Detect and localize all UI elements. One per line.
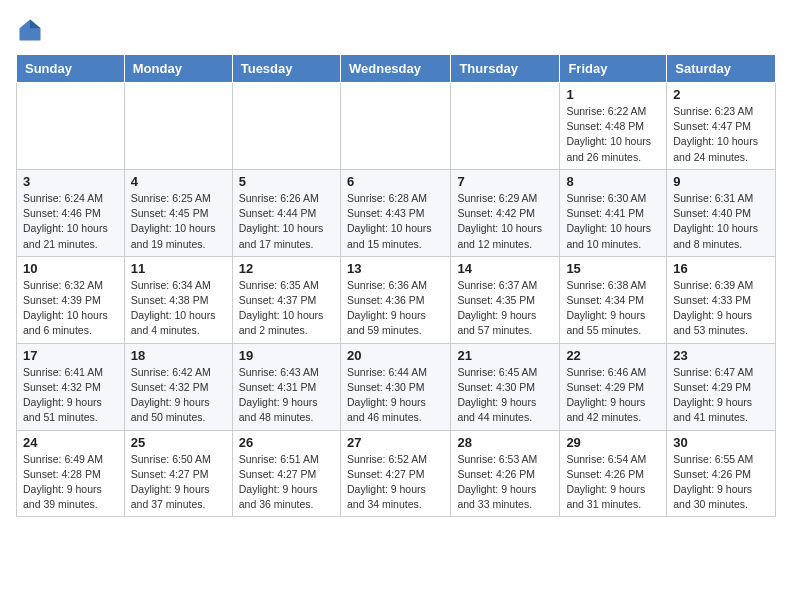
calendar-cell: 20Sunrise: 6:44 AM Sunset: 4:30 PM Dayli… bbox=[340, 343, 450, 430]
day-info: Sunrise: 6:51 AM Sunset: 4:27 PM Dayligh… bbox=[239, 452, 334, 513]
day-number: 5 bbox=[239, 174, 334, 189]
calendar-cell: 25Sunrise: 6:50 AM Sunset: 4:27 PM Dayli… bbox=[124, 430, 232, 517]
day-info: Sunrise: 6:23 AM Sunset: 4:47 PM Dayligh… bbox=[673, 104, 769, 165]
col-header-friday: Friday bbox=[560, 55, 667, 83]
calendar-cell: 15Sunrise: 6:38 AM Sunset: 4:34 PM Dayli… bbox=[560, 256, 667, 343]
calendar-cell: 10Sunrise: 6:32 AM Sunset: 4:39 PM Dayli… bbox=[17, 256, 125, 343]
calendar-week-row: 17Sunrise: 6:41 AM Sunset: 4:32 PM Dayli… bbox=[17, 343, 776, 430]
day-number: 8 bbox=[566, 174, 660, 189]
calendar-cell: 30Sunrise: 6:55 AM Sunset: 4:26 PM Dayli… bbox=[667, 430, 776, 517]
day-info: Sunrise: 6:50 AM Sunset: 4:27 PM Dayligh… bbox=[131, 452, 226, 513]
day-number: 24 bbox=[23, 435, 118, 450]
day-info: Sunrise: 6:24 AM Sunset: 4:46 PM Dayligh… bbox=[23, 191, 118, 252]
day-number: 21 bbox=[457, 348, 553, 363]
day-number: 2 bbox=[673, 87, 769, 102]
day-info: Sunrise: 6:28 AM Sunset: 4:43 PM Dayligh… bbox=[347, 191, 444, 252]
logo bbox=[16, 16, 48, 44]
day-number: 9 bbox=[673, 174, 769, 189]
day-info: Sunrise: 6:35 AM Sunset: 4:37 PM Dayligh… bbox=[239, 278, 334, 339]
day-number: 27 bbox=[347, 435, 444, 450]
col-header-sunday: Sunday bbox=[17, 55, 125, 83]
calendar-week-row: 3Sunrise: 6:24 AM Sunset: 4:46 PM Daylig… bbox=[17, 169, 776, 256]
col-header-tuesday: Tuesday bbox=[232, 55, 340, 83]
day-info: Sunrise: 6:53 AM Sunset: 4:26 PM Dayligh… bbox=[457, 452, 553, 513]
calendar-cell: 27Sunrise: 6:52 AM Sunset: 4:27 PM Dayli… bbox=[340, 430, 450, 517]
calendar-cell: 16Sunrise: 6:39 AM Sunset: 4:33 PM Dayli… bbox=[667, 256, 776, 343]
day-number: 12 bbox=[239, 261, 334, 276]
col-header-wednesday: Wednesday bbox=[340, 55, 450, 83]
day-info: Sunrise: 6:32 AM Sunset: 4:39 PM Dayligh… bbox=[23, 278, 118, 339]
calendar-cell: 11Sunrise: 6:34 AM Sunset: 4:38 PM Dayli… bbox=[124, 256, 232, 343]
day-number: 15 bbox=[566, 261, 660, 276]
page-header bbox=[16, 16, 776, 44]
calendar-cell bbox=[124, 83, 232, 170]
day-info: Sunrise: 6:43 AM Sunset: 4:31 PM Dayligh… bbox=[239, 365, 334, 426]
day-number: 13 bbox=[347, 261, 444, 276]
day-info: Sunrise: 6:55 AM Sunset: 4:26 PM Dayligh… bbox=[673, 452, 769, 513]
calendar-cell bbox=[451, 83, 560, 170]
day-info: Sunrise: 6:41 AM Sunset: 4:32 PM Dayligh… bbox=[23, 365, 118, 426]
day-info: Sunrise: 6:34 AM Sunset: 4:38 PM Dayligh… bbox=[131, 278, 226, 339]
col-header-thursday: Thursday bbox=[451, 55, 560, 83]
calendar-cell: 21Sunrise: 6:45 AM Sunset: 4:30 PM Dayli… bbox=[451, 343, 560, 430]
calendar-cell: 22Sunrise: 6:46 AM Sunset: 4:29 PM Dayli… bbox=[560, 343, 667, 430]
day-info: Sunrise: 6:49 AM Sunset: 4:28 PM Dayligh… bbox=[23, 452, 118, 513]
day-number: 14 bbox=[457, 261, 553, 276]
calendar-cell bbox=[17, 83, 125, 170]
calendar-cell: 24Sunrise: 6:49 AM Sunset: 4:28 PM Dayli… bbox=[17, 430, 125, 517]
calendar-week-row: 1Sunrise: 6:22 AM Sunset: 4:48 PM Daylig… bbox=[17, 83, 776, 170]
day-number: 17 bbox=[23, 348, 118, 363]
day-info: Sunrise: 6:29 AM Sunset: 4:42 PM Dayligh… bbox=[457, 191, 553, 252]
calendar-cell: 6Sunrise: 6:28 AM Sunset: 4:43 PM Daylig… bbox=[340, 169, 450, 256]
calendar-cell: 3Sunrise: 6:24 AM Sunset: 4:46 PM Daylig… bbox=[17, 169, 125, 256]
day-number: 30 bbox=[673, 435, 769, 450]
day-info: Sunrise: 6:46 AM Sunset: 4:29 PM Dayligh… bbox=[566, 365, 660, 426]
calendar-week-row: 10Sunrise: 6:32 AM Sunset: 4:39 PM Dayli… bbox=[17, 256, 776, 343]
calendar-cell bbox=[340, 83, 450, 170]
day-number: 20 bbox=[347, 348, 444, 363]
day-number: 26 bbox=[239, 435, 334, 450]
day-number: 4 bbox=[131, 174, 226, 189]
day-info: Sunrise: 6:52 AM Sunset: 4:27 PM Dayligh… bbox=[347, 452, 444, 513]
calendar-cell: 29Sunrise: 6:54 AM Sunset: 4:26 PM Dayli… bbox=[560, 430, 667, 517]
calendar-cell: 17Sunrise: 6:41 AM Sunset: 4:32 PM Dayli… bbox=[17, 343, 125, 430]
day-number: 6 bbox=[347, 174, 444, 189]
day-number: 3 bbox=[23, 174, 118, 189]
calendar-cell: 7Sunrise: 6:29 AM Sunset: 4:42 PM Daylig… bbox=[451, 169, 560, 256]
calendar-cell: 19Sunrise: 6:43 AM Sunset: 4:31 PM Dayli… bbox=[232, 343, 340, 430]
calendar-cell bbox=[232, 83, 340, 170]
col-header-monday: Monday bbox=[124, 55, 232, 83]
day-number: 11 bbox=[131, 261, 226, 276]
calendar-cell: 14Sunrise: 6:37 AM Sunset: 4:35 PM Dayli… bbox=[451, 256, 560, 343]
day-info: Sunrise: 6:44 AM Sunset: 4:30 PM Dayligh… bbox=[347, 365, 444, 426]
day-number: 16 bbox=[673, 261, 769, 276]
calendar-cell: 9Sunrise: 6:31 AM Sunset: 4:40 PM Daylig… bbox=[667, 169, 776, 256]
logo-icon bbox=[16, 16, 44, 44]
calendar-cell: 4Sunrise: 6:25 AM Sunset: 4:45 PM Daylig… bbox=[124, 169, 232, 256]
calendar-cell: 13Sunrise: 6:36 AM Sunset: 4:36 PM Dayli… bbox=[340, 256, 450, 343]
day-number: 18 bbox=[131, 348, 226, 363]
calendar-cell: 8Sunrise: 6:30 AM Sunset: 4:41 PM Daylig… bbox=[560, 169, 667, 256]
svg-marker-1 bbox=[30, 20, 41, 29]
day-info: Sunrise: 6:47 AM Sunset: 4:29 PM Dayligh… bbox=[673, 365, 769, 426]
day-number: 7 bbox=[457, 174, 553, 189]
day-info: Sunrise: 6:54 AM Sunset: 4:26 PM Dayligh… bbox=[566, 452, 660, 513]
calendar-header-row: SundayMondayTuesdayWednesdayThursdayFrid… bbox=[17, 55, 776, 83]
calendar-table: SundayMondayTuesdayWednesdayThursdayFrid… bbox=[16, 54, 776, 517]
day-number: 19 bbox=[239, 348, 334, 363]
day-number: 22 bbox=[566, 348, 660, 363]
calendar-week-row: 24Sunrise: 6:49 AM Sunset: 4:28 PM Dayli… bbox=[17, 430, 776, 517]
calendar-cell: 26Sunrise: 6:51 AM Sunset: 4:27 PM Dayli… bbox=[232, 430, 340, 517]
day-info: Sunrise: 6:25 AM Sunset: 4:45 PM Dayligh… bbox=[131, 191, 226, 252]
day-info: Sunrise: 6:22 AM Sunset: 4:48 PM Dayligh… bbox=[566, 104, 660, 165]
day-info: Sunrise: 6:26 AM Sunset: 4:44 PM Dayligh… bbox=[239, 191, 334, 252]
day-info: Sunrise: 6:36 AM Sunset: 4:36 PM Dayligh… bbox=[347, 278, 444, 339]
calendar-cell: 12Sunrise: 6:35 AM Sunset: 4:37 PM Dayli… bbox=[232, 256, 340, 343]
day-number: 28 bbox=[457, 435, 553, 450]
calendar-cell: 5Sunrise: 6:26 AM Sunset: 4:44 PM Daylig… bbox=[232, 169, 340, 256]
day-number: 25 bbox=[131, 435, 226, 450]
day-info: Sunrise: 6:31 AM Sunset: 4:40 PM Dayligh… bbox=[673, 191, 769, 252]
col-header-saturday: Saturday bbox=[667, 55, 776, 83]
day-info: Sunrise: 6:45 AM Sunset: 4:30 PM Dayligh… bbox=[457, 365, 553, 426]
day-number: 29 bbox=[566, 435, 660, 450]
